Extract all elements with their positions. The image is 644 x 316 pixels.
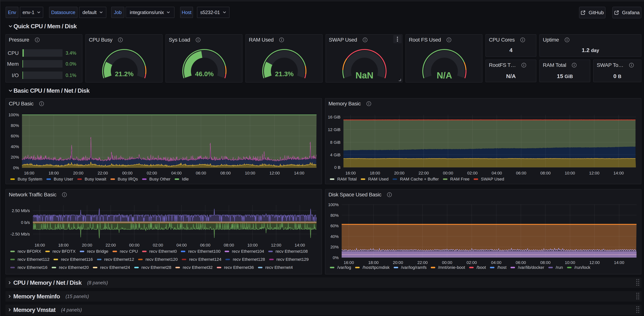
svg-text:08:00: 08:00: [220, 171, 231, 176]
svg-text:80%: 80%: [330, 213, 339, 218]
svg-text:60%: 60%: [11, 134, 19, 138]
svg-text:14:00: 14:00: [295, 243, 305, 248]
svg-text:12:00: 12:00: [590, 260, 600, 265]
svg-text:10:00: 10:00: [245, 171, 255, 176]
svg-text:04:00: 04:00: [491, 260, 502, 265]
svg-text:04:00: 04:00: [176, 243, 187, 248]
svg-text:06:00: 06:00: [196, 171, 206, 176]
svg-text:02:00: 02:00: [466, 260, 477, 265]
svg-text:2.50 Mb/s: 2.50 Mb/s: [12, 208, 30, 213]
svg-text:16 GiB: 16 GiB: [328, 115, 340, 120]
svg-text:22:00: 22:00: [418, 171, 429, 176]
svg-text:8 GiB: 8 GiB: [330, 140, 340, 145]
svg-text:16:00: 16:00: [346, 171, 356, 176]
svg-text:100%: 100%: [8, 112, 19, 117]
svg-text:06:00: 06:00: [200, 243, 210, 248]
svg-text:02:00: 02:00: [147, 171, 157, 176]
svg-text:60%: 60%: [330, 224, 339, 228]
svg-text:00:00: 00:00: [442, 260, 452, 265]
svg-text:40%: 40%: [330, 234, 339, 239]
svg-text:06:00: 06:00: [516, 171, 526, 176]
svg-text:04:00: 04:00: [492, 171, 502, 176]
svg-text:00:00: 00:00: [122, 171, 132, 176]
svg-text:02:00: 02:00: [467, 171, 478, 176]
svg-text:22:00: 22:00: [106, 243, 116, 248]
svg-text:08:00: 08:00: [540, 171, 551, 176]
svg-text:14:00: 14:00: [614, 260, 624, 265]
svg-text:10:00: 10:00: [565, 171, 575, 176]
svg-text:0%: 0%: [333, 255, 339, 260]
svg-text:08:00: 08:00: [224, 243, 234, 248]
svg-text:18:00: 18:00: [368, 260, 378, 265]
svg-text:12:00: 12:00: [271, 243, 281, 248]
svg-text:NaN: NaN: [355, 70, 373, 80]
svg-text:16:00: 16:00: [24, 171, 34, 176]
svg-text:20:00: 20:00: [394, 171, 404, 176]
svg-text:02:00: 02:00: [153, 243, 163, 248]
svg-text:18:00: 18:00: [370, 171, 380, 176]
svg-text:21.2%: 21.2%: [115, 70, 134, 78]
svg-text:0 B: 0 B: [334, 165, 340, 170]
svg-text:N/A: N/A: [436, 70, 452, 80]
svg-text:00:00: 00:00: [443, 171, 453, 176]
svg-text:10:00: 10:00: [565, 260, 575, 265]
svg-text:12 GiB: 12 GiB: [328, 127, 340, 132]
svg-text:06:00: 06:00: [516, 260, 526, 265]
svg-text:00:00: 00:00: [129, 243, 140, 248]
svg-text:10:00: 10:00: [247, 243, 258, 248]
svg-text:22:00: 22:00: [98, 171, 108, 176]
svg-text:20:00: 20:00: [73, 171, 83, 176]
svg-text:14:00: 14:00: [294, 171, 304, 176]
svg-text:04:00: 04:00: [171, 171, 182, 176]
svg-text:22:00: 22:00: [418, 260, 428, 265]
svg-text:0%: 0%: [13, 166, 19, 170]
svg-text:14:00: 14:00: [614, 171, 624, 176]
svg-text:12:00: 12:00: [589, 171, 600, 176]
svg-text:20%: 20%: [330, 245, 339, 249]
svg-text:18:00: 18:00: [48, 171, 59, 176]
svg-text:20%: 20%: [11, 155, 19, 160]
svg-text:100%: 100%: [328, 202, 339, 207]
svg-text:16:00: 16:00: [344, 260, 354, 265]
svg-text:4 GiB: 4 GiB: [330, 152, 340, 157]
svg-text:46.0%: 46.0%: [195, 70, 214, 78]
svg-text:16:00: 16:00: [35, 243, 45, 248]
svg-text:21.3%: 21.3%: [275, 70, 294, 78]
svg-text:40%: 40%: [11, 144, 19, 149]
svg-text:20:00: 20:00: [393, 260, 403, 265]
svg-text:18:00: 18:00: [58, 243, 68, 248]
svg-text:08:00: 08:00: [540, 260, 550, 265]
svg-text:-2.50 Mb/s: -2.50 Mb/s: [10, 232, 30, 236]
svg-text:12:00: 12:00: [270, 171, 280, 176]
svg-text:80%: 80%: [11, 123, 19, 128]
svg-text:0 b/s: 0 b/s: [21, 220, 30, 225]
svg-text:20:00: 20:00: [82, 243, 92, 248]
